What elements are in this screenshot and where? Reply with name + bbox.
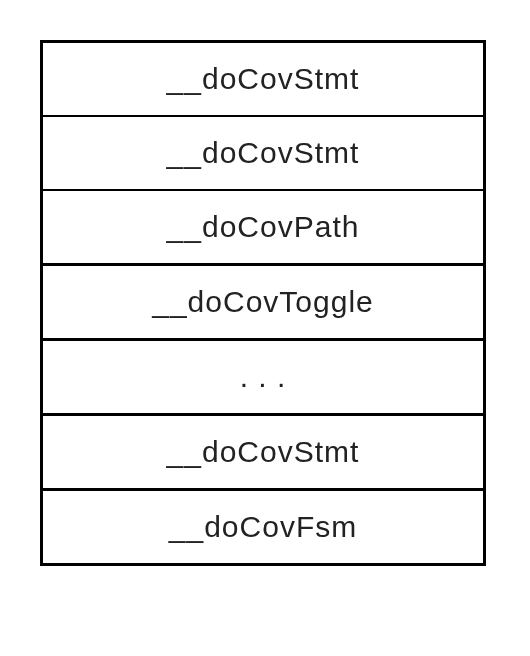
stack-row: __doCovStmt — [43, 43, 483, 117]
stack-row: __doCovToggle — [43, 266, 483, 341]
stack-row-label: __doCovFsm — [169, 510, 357, 544]
call-stack: __doCovStmt __doCovStmt __doCovPath __do… — [40, 40, 486, 566]
stack-row-label: . . . — [240, 360, 287, 394]
stack-row-label: __doCovStmt — [167, 136, 360, 170]
stack-row-ellipsis: . . . — [43, 341, 483, 416]
stack-row: __doCovFsm — [43, 491, 483, 563]
stack-row: __doCovStmt — [43, 416, 483, 491]
stack-row: __doCovPath — [43, 191, 483, 266]
stack-row-label: __doCovStmt — [167, 435, 360, 469]
stack-row-label: __doCovStmt — [167, 62, 360, 96]
stack-row-label: __doCovPath — [167, 210, 360, 244]
stack-row: __doCovStmt — [43, 117, 483, 191]
stack-row-label: __doCovToggle — [152, 285, 374, 319]
